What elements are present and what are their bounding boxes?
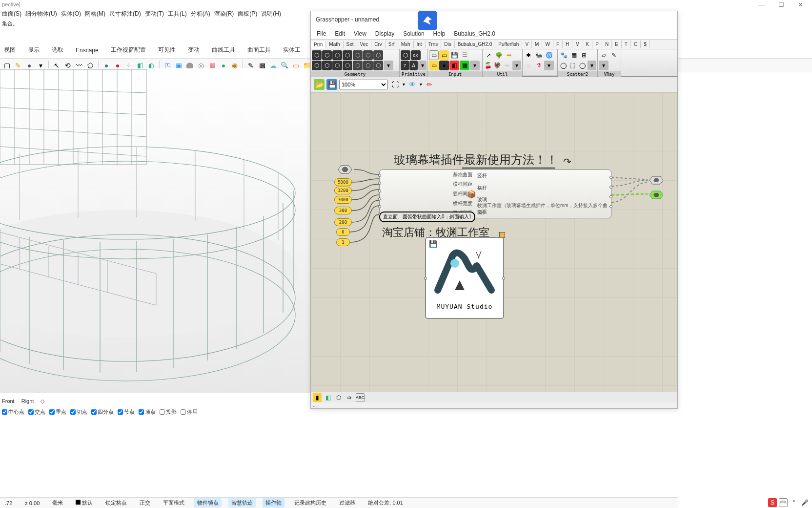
open-file-icon[interactable]: 📂	[314, 79, 325, 90]
gh-canvas[interactable]: 玻璃幕墙插件最新使用方法！！ ↷ 5000 1200 3000 300 200 …	[311, 92, 677, 392]
gh-tab[interactable]: V	[522, 41, 532, 48]
green-icon[interactable]: ▩	[460, 61, 469, 70]
osnap-project[interactable]: 投影	[160, 408, 177, 416]
viewport-tab-add[interactable]: ◇	[41, 398, 44, 404]
hex-icon[interactable]: ⬡	[312, 50, 322, 60]
gh-tab[interactable]: Dis	[441, 41, 454, 48]
output-param-selected[interactable]	[648, 190, 665, 200]
ime-punct-icon[interactable]: °	[790, 498, 798, 507]
osnap-perp[interactable]: 垂点	[49, 408, 66, 416]
output-port[interactable]	[609, 195, 612, 198]
hex-num-icon[interactable]: 0.0	[411, 50, 421, 60]
expand-icon[interactable]: ▾	[512, 61, 522, 70]
gh-title-bar[interactable]: Grasshopper - unnamed	[311, 11, 677, 28]
mesh-icon[interactable]: ▦	[569, 50, 579, 60]
osnap-knot[interactable]: 节点	[118, 408, 135, 416]
expand-icon[interactable]: ▾	[588, 61, 597, 70]
gh-tab[interactable]: K	[583, 41, 593, 48]
slider-icon[interactable]: ▭	[429, 50, 439, 60]
expand-icon[interactable]: ▾	[599, 61, 609, 70]
status-grid[interactable]: 锁定格点	[102, 498, 130, 508]
paw-icon[interactable]: 🐾	[559, 50, 568, 60]
tree-icon[interactable]: 🌳	[494, 50, 504, 60]
ime-lang-icon[interactable]: 中	[779, 498, 788, 507]
turkey-icon[interactable]: 🦃	[493, 61, 503, 70]
gh-tab[interactable]: $	[641, 41, 650, 48]
hex-icon[interactable]: ⬡	[353, 50, 363, 60]
gh-tab[interactable]: Msh	[398, 41, 414, 48]
chevron-down-icon[interactable]: ▾	[420, 82, 422, 87]
output-port[interactable]	[609, 176, 612, 179]
panel-tab[interactable]: 曲线工具	[212, 46, 235, 54]
hex-icon[interactable]: ⬡	[322, 61, 332, 70]
gh-tab-prm[interactable]: Prm	[311, 41, 326, 49]
gh-menu-edit[interactable]: Edit	[335, 30, 345, 37]
sketch-icon[interactable]: ✏	[424, 79, 435, 90]
osnap-quad[interactable]: 四分点	[91, 408, 114, 416]
expand-icon[interactable]: ▾	[418, 61, 426, 70]
minimize-icon[interactable]: —	[758, 1, 765, 8]
input-port[interactable]	[378, 174, 381, 177]
flask-icon[interactable]: ⚗	[534, 61, 544, 70]
number-slider[interactable]: 3000	[334, 196, 352, 204]
status-filter[interactable]: 过滤器	[336, 498, 358, 508]
input-port[interactable]	[378, 205, 381, 208]
viewport-tab[interactable]: Right	[21, 398, 34, 404]
curtain-wall-cluster[interactable]: 基准曲面 横杆间距 竖杆间距 横杆宽度 竖杆宽度 📦 竖杆 横杆 玻璃 边框 牧…	[379, 169, 611, 218]
gh-tab[interactable]: Trns	[426, 41, 442, 48]
hex-icon[interactable]: ⬡	[363, 50, 373, 60]
hex-icon[interactable]: ⬡	[353, 61, 363, 70]
save-file-icon[interactable]: 💾	[326, 79, 337, 90]
hex-icon[interactable]: ⬡	[343, 61, 352, 70]
status-history[interactable]: 记录建构历史	[291, 498, 329, 508]
menu-item[interactable]: 尺寸标注(D)	[109, 10, 141, 18]
close-icon[interactable]: ✕	[798, 1, 803, 8]
brep-param[interactable]	[336, 165, 354, 174]
ant-icon[interactable]: 🐜	[534, 50, 544, 60]
panel-tab[interactable]: 变动	[188, 46, 200, 54]
grid-icon[interactable]: ⊞	[579, 50, 589, 60]
zoom-select[interactable]: 100%	[339, 80, 388, 89]
gh-bt-icon[interactable]: ◧	[324, 393, 332, 402]
menu-item[interactable]: 网格(M)	[85, 10, 105, 18]
gh-menu-solution[interactable]: Solution	[403, 30, 424, 37]
status-planar[interactable]: 平面模式	[160, 498, 187, 508]
diag-icon[interactable]: ⬚	[568, 61, 578, 70]
panel-tab[interactable]: 工作视窗配置	[111, 46, 146, 54]
gh-tab[interactable]: M	[572, 41, 583, 48]
number-slider[interactable]: 300	[334, 207, 352, 214]
osnap-disable[interactable]: 停用	[181, 408, 198, 416]
input-port[interactable]	[424, 277, 427, 280]
gh-tab[interactable]: C	[631, 41, 641, 48]
gh-tab[interactable]: Crv	[371, 41, 386, 48]
gh-bt-icon[interactable]: ➩	[345, 393, 354, 402]
gh-tab[interactable]: Math	[326, 41, 343, 48]
number-slider[interactable]: 1200	[334, 187, 352, 194]
gh-bt-icon[interactable]: ⬡	[334, 393, 343, 402]
gh-tab[interactable]: Set	[344, 41, 357, 48]
status-osnap[interactable]: 物件锁点	[194, 498, 222, 508]
hex-icon[interactable]: ⬡	[332, 50, 342, 60]
panel-tab[interactable]: 视图	[4, 46, 16, 54]
menu-item[interactable]: 渲染(R)	[214, 10, 234, 18]
menu-item[interactable]: 曲面(S)	[2, 10, 21, 18]
gh-tab[interactable]: F	[553, 41, 563, 48]
circle-icon[interactable]: ◯	[578, 61, 587, 70]
gh-menu-help[interactable]: Help	[433, 30, 446, 37]
gh-tab[interactable]: Bubalus_GH2.0	[455, 41, 496, 48]
gh-tab[interactable]: Pufferfish	[495, 41, 522, 48]
hex-icon[interactable]: ⬡	[401, 50, 410, 60]
yellow-icon[interactable]: ▭	[429, 61, 439, 70]
status-unit[interactable]: 毫米	[49, 498, 66, 508]
status-layer[interactable]: 默认	[73, 498, 96, 508]
image-sampler[interactable]: 💾 MUYUAN-Studio	[425, 237, 504, 319]
arrow-right-icon[interactable]: ➡	[503, 61, 512, 70]
stack-icon[interactable]: ☰	[460, 50, 469, 60]
panel-tab[interactable]: 曲面工具	[247, 46, 271, 54]
hex-icon[interactable]: ⬡	[312, 61, 322, 70]
chevron-down-icon[interactable]: ▾	[403, 82, 405, 87]
menu-item[interactable]: 面板(P)	[238, 10, 257, 18]
hex-icon[interactable]: ⬡	[373, 50, 383, 60]
circles-icon[interactable]: ◯	[559, 61, 568, 70]
osnap-vertex[interactable]: 顶点	[139, 408, 156, 416]
